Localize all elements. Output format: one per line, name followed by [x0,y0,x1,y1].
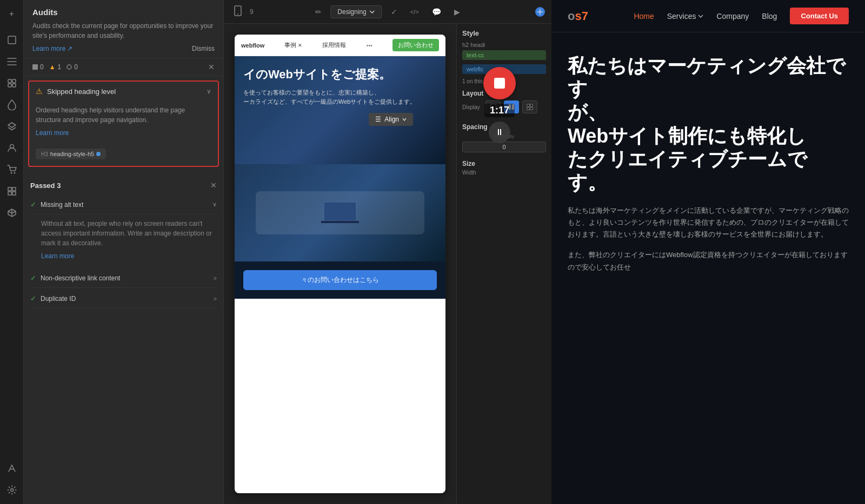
nav-company[interactable]: Company [716,12,749,21]
passed-close-button[interactable]: ✕ [210,181,217,190]
mobile-preview-frame: webflow 事例 ✕ 採用情報 ••• お問い合わせ イのWebサイトをご提… [235,35,445,493]
settings-gear[interactable] [535,7,545,17]
mobile-device-icon[interactable] [230,3,245,20]
add-icon[interactable]: + [3,5,21,23]
link-content-header[interactable]: ✓ Non-descriptive link content > [30,268,217,288]
settings-icon[interactable] [3,481,21,499]
drop-icon[interactable] [3,96,21,113]
margin-input[interactable] [462,142,546,152]
svg-rect-0 [8,36,16,44]
menu-icon[interactable] [3,53,21,70]
code-icon[interactable]: </> [406,6,423,17]
layers-icon[interactable] [3,118,21,135]
recording-overlay: 1:17 ⏸ [483,67,516,143]
svg-rect-23 [530,104,533,106]
audits-dismiss-button[interactable]: Dismiss [192,45,215,52]
width-label: Width [462,170,546,176]
play-icon[interactable]: ▶ [450,5,464,18]
alt-text-body: Without alt text, people who rely on scr… [30,214,217,267]
mobile-cta-button[interactable]: 々のお問い合わせはこちら [243,270,437,290]
svg-rect-2 [12,79,16,83]
align-button[interactable]: ☰ Align [369,113,413,126]
preview-area: webflow 事例 ✕ 採用情報 ••• お問い合わせ イのWebサイトをご提… [224,24,551,504]
page-icon[interactable] [3,31,21,49]
nav-contact-cta[interactable]: Contact Us [790,8,849,24]
alt-text-learn-more[interactable]: Learn more [41,251,217,261]
skipped-heading-chevron: ∨ [207,88,211,95]
nav-home[interactable]: Home [634,12,654,21]
display-grid-btn[interactable] [522,100,537,113]
nav-blog[interactable]: Blog [762,12,777,21]
cart-icon[interactable] [3,161,21,178]
mobile-nav-contact[interactable]: お問い合わせ [392,39,439,51]
svg-rect-18 [324,202,356,221]
mobile-cta-section: 々のお問い合わせはこちら [235,261,445,299]
skipped-heading-header[interactable]: ⚠ Skipped heading level ∨ [29,82,218,101]
font-icon[interactable] [3,460,21,477]
svg-rect-13 [32,64,38,70]
score-warnings: ▲ 1 [49,63,62,71]
user-icon[interactable] [3,139,21,157]
passed-section: Passed 3 ✕ ✓ Missing alt text ∨ Without … [28,176,219,310]
svg-rect-22 [527,104,529,106]
designing-dropdown[interactable]: Designing [330,5,382,18]
grid-icon[interactable] [3,183,21,200]
mobile-image [235,164,445,261]
link-content-check: ✓ [30,274,36,282]
pen-icon[interactable]: ✏ [311,5,326,18]
audits-description: Audits check the current page for opport… [32,21,215,41]
mobile-nav-dots[interactable]: ••• [366,42,372,49]
nav-logo: os7 [568,9,588,23]
heading-label: h2 headi [462,42,546,48]
heading-tag[interactable]: H3 heading-style-h5 [36,149,106,159]
tag-dot [96,152,101,156]
svg-rect-8 [8,187,11,191]
style-tag1[interactable]: text-cc [462,50,546,60]
duplicate-id-header[interactable]: ✓ Duplicate ID > [30,289,217,308]
hero-body: 私たちは海外マーケティングをメインに活動している企業ですが、マーケティング戦略の… [568,205,849,240]
svg-rect-1 [8,79,11,83]
skipped-heading-issue: ⚠ Skipped heading level ∨ Ordered headin… [28,80,219,167]
breakpoint-label: 9 [250,8,254,16]
audits-learn-more-link[interactable]: Learn more ↗ [32,45,72,52]
link-content-chevron: > [214,275,217,281]
record-stop-button[interactable] [483,67,516,99]
warning-icon: ⚠ [36,87,43,96]
svg-point-14 [67,65,71,69]
score-close-button[interactable]: ✕ [208,63,215,71]
audits-header: Audits Audits check the current page for… [24,0,223,58]
passed-item-alt-text: ✓ Missing alt text ∨ Without alt text, p… [28,195,219,267]
mobile-subtext: を使ってお客様のご要望をもとに、忠実に構築し、ーカライズなど、すべてが一級品のW… [243,88,437,107]
duplicate-id-chevron: > [214,295,217,302]
website-preview: os7 Home Services Company Blog Contact U… [551,0,865,504]
mobile-heading: イのWebサイトをご提案。 [243,67,437,83]
website-nav: os7 Home Services Company Blog Contact U… [551,0,865,32]
svg-rect-3 [8,84,11,87]
record-pause-button[interactable]: ⏸ [489,122,510,143]
svg-point-6 [10,172,12,174]
passed-header[interactable]: Passed 3 ✕ [28,176,219,195]
mobile-hero: イのWebサイトをご提案。 を使ってお客様のご要望をもとに、忠実に構築し、ーカラ… [235,56,445,164]
nav-services[interactable]: Services [667,12,704,21]
alt-text-chevron: ∨ [212,201,217,208]
mobile-nav-case[interactable]: 事例 ✕ [284,41,302,49]
skipped-heading-title: Skipped heading level [47,88,207,96]
score-errors: 0 [32,63,44,71]
components-icon[interactable] [3,75,21,92]
style-panel-title: Style [462,29,546,37]
cube-icon[interactable] [3,204,21,221]
comment-icon[interactable]: 💬 [428,5,445,18]
skipped-heading-learn-more[interactable]: Learn more [36,128,211,138]
mobile-nav-career[interactable]: 採用情報 [322,41,346,49]
alt-text-header[interactable]: ✓ Missing alt text ∨ [30,195,217,214]
topbar-left: 9 [230,3,254,20]
pause-icon: ⏸ [495,127,504,137]
svg-rect-11 [12,192,16,195]
skipped-heading-body: Ordered headings help visitors understan… [29,101,218,144]
passed-item-duplicate-id: ✓ Duplicate ID > [28,289,219,308]
stop-icon [494,78,505,89]
passed-title: Passed 3 [30,182,210,190]
check-icon[interactable]: ✓ [387,5,402,18]
left-toolbar: + [0,0,24,504]
website-hero: 私たちはマーケティング会社ですが、Webサイト制作にも特化したクリエイティブチー… [551,32,865,290]
